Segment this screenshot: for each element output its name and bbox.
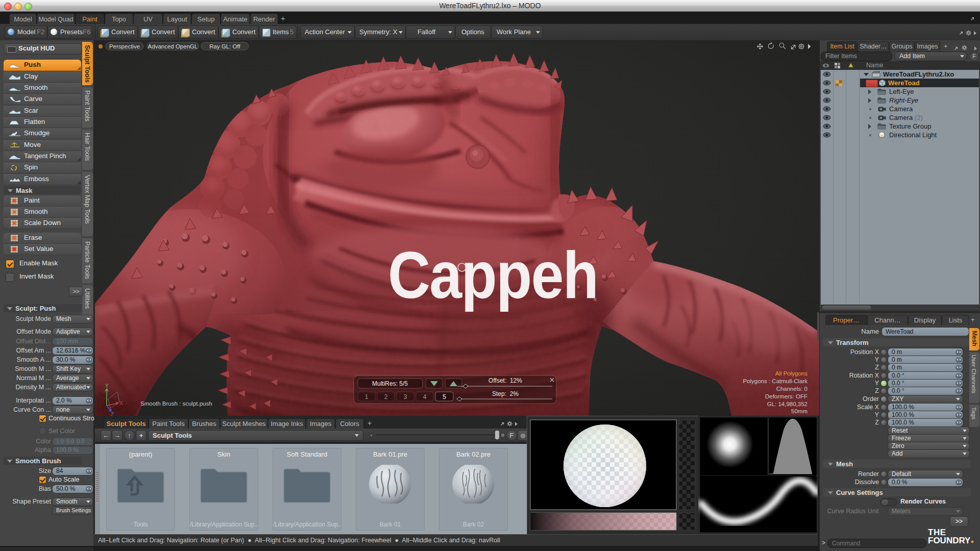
svg-text:All Polygons: All Polygons [775, 370, 808, 377]
svg-text:Smooth Brush : sculpt.push: Smooth Brush : sculpt.push [140, 400, 212, 407]
svg-text:Deformers: OFF: Deformers: OFF [765, 393, 807, 399]
svg-text:1: 1 [365, 393, 369, 400]
svg-text:Step: 2%: Step: 2% [492, 390, 519, 397]
svg-text:50mm: 50mm [791, 408, 807, 414]
svg-text:2: 2 [384, 393, 388, 400]
svg-text:4: 4 [423, 393, 427, 400]
svg-text:3: 3 [404, 393, 407, 400]
svg-text:Z: Z [111, 412, 114, 416]
svg-text:GL: 14,980,352: GL: 14,980,352 [767, 401, 807, 407]
svg-text:Offset: 12%: Offset: 12% [488, 377, 522, 384]
svg-text:Cappeh: Cappeh [388, 238, 598, 312]
svg-text:X: X [119, 400, 123, 406]
svg-text:Ray GL: Off: Ray GL: Off [209, 43, 240, 49]
svg-text:5: 5 [443, 393, 446, 400]
svg-text:MultiRes: 5/5: MultiRes: 5/5 [372, 380, 408, 387]
svg-text:Advanced OpenGL: Advanced OpenGL [148, 43, 198, 49]
svg-text:Polygons : Catmull-Clark: Polygons : Catmull-Clark [743, 378, 807, 384]
svg-text:Perspective: Perspective [109, 43, 140, 49]
svg-text:Y: Y [105, 383, 109, 389]
svg-text:Channels: 0: Channels: 0 [776, 386, 807, 392]
